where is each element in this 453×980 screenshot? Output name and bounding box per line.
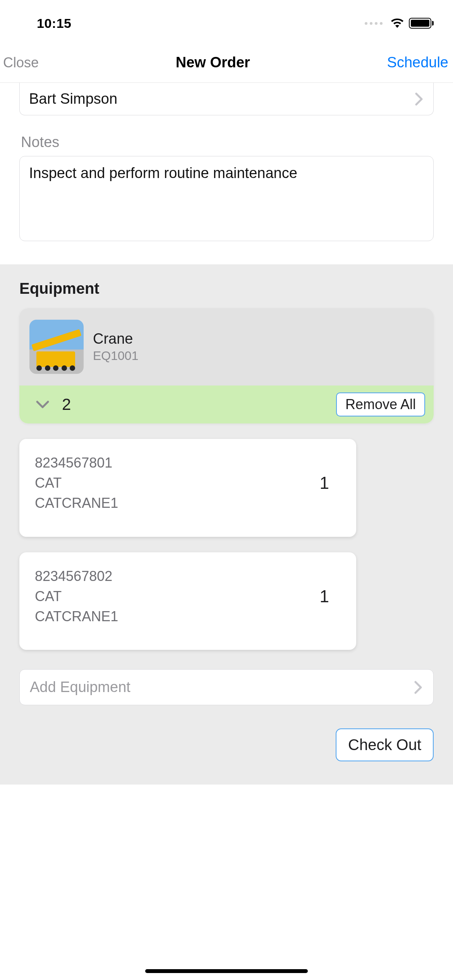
equipment-item-details: 8234567801 CAT CATCRANE1	[35, 453, 118, 514]
equipment-count-row: 2 Remove All	[19, 385, 434, 423]
equipment-code: EQ1001	[93, 349, 138, 363]
chevron-right-icon	[415, 92, 424, 106]
chevron-right-icon	[414, 680, 423, 694]
item-model: CATCRANE1	[35, 493, 118, 513]
remove-all-button[interactable]: Remove All	[336, 392, 425, 416]
equipment-name: Crane	[93, 331, 138, 347]
footer: Check Out	[0, 717, 453, 785]
status-time: 10:15	[37, 16, 71, 31]
equipment-count: 2	[62, 395, 71, 414]
item-qty: 1	[320, 587, 341, 606]
nav-bar: Close New Order Schedule	[0, 39, 453, 83]
battery-icon	[409, 18, 434, 29]
person-value: Bart Simpson	[29, 91, 117, 107]
equipment-group-header[interactable]: Crane EQ1001	[19, 308, 434, 385]
check-out-button[interactable]: Check Out	[336, 728, 434, 761]
item-qty: 1	[320, 473, 341, 493]
notes-label: Notes	[21, 134, 434, 151]
form-panel: Bart Simpson Notes Inspect and perform r…	[0, 83, 453, 264]
item-serial: 8234567802	[35, 566, 118, 586]
home-indicator	[145, 969, 308, 973]
status-bar: 10:15	[0, 0, 453, 39]
item-make: CAT	[35, 473, 118, 493]
page-title: New Order	[176, 54, 250, 71]
equipment-item-details: 8234567802 CAT CATCRANE1	[35, 566, 118, 627]
close-button[interactable]: Close	[3, 55, 39, 71]
equipment-thumbnail	[29, 320, 84, 374]
add-equipment-button[interactable]: Add Equipment	[19, 669, 434, 705]
cellular-dots-icon	[365, 22, 383, 25]
schedule-button[interactable]: Schedule	[387, 54, 448, 71]
equipment-item[interactable]: 8234567801 CAT CATCRANE1 1	[19, 439, 356, 537]
item-model: CATCRANE1	[35, 607, 118, 627]
status-indicators	[365, 18, 434, 29]
chevron-down-icon[interactable]	[35, 399, 50, 410]
equipment-item[interactable]: 8234567802 CAT CATCRANE1 1	[19, 552, 356, 650]
equipment-title: Equipment	[19, 280, 434, 297]
equipment-section: Equipment Crane EQ1001 2 Remove All	[0, 264, 453, 717]
item-serial: 8234567801	[35, 453, 118, 473]
notes-field[interactable]: Inspect and perform routine maintenance	[19, 156, 434, 241]
person-field[interactable]: Bart Simpson	[19, 83, 434, 115]
item-make: CAT	[35, 586, 118, 607]
equipment-group-card: Crane EQ1001 2 Remove All	[19, 308, 434, 423]
add-equipment-label: Add Equipment	[30, 679, 130, 696]
wifi-icon	[390, 18, 404, 29]
